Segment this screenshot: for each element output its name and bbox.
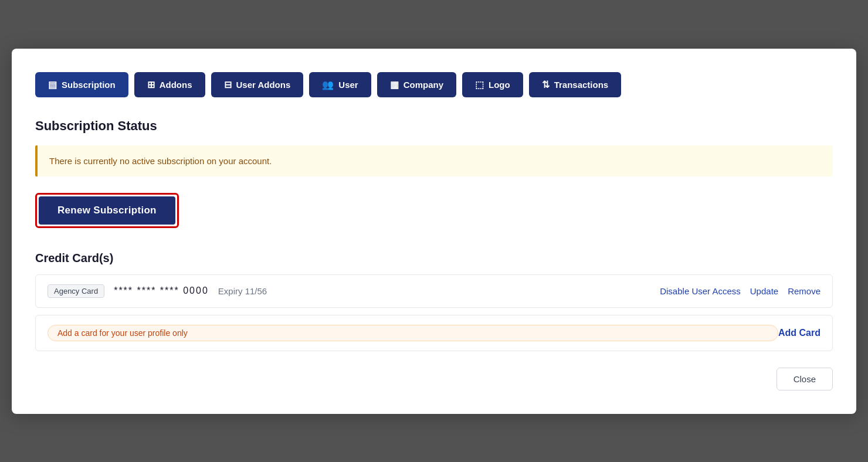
tab-company[interactable]: ▦ Company <box>377 72 456 97</box>
tab-transactions-label: Transactions <box>554 80 609 90</box>
renew-subscription-button[interactable]: Renew Subscription <box>39 196 175 225</box>
tab-addons[interactable]: ⊞ Addons <box>134 72 205 97</box>
tab-company-label: Company <box>404 80 443 90</box>
card-row-agency: Agency Card **** **** **** 0000 Expiry 1… <box>35 274 833 308</box>
subscription-alert: There is currently no active subscriptio… <box>35 145 833 176</box>
credit-cards-title: Credit Card(s) <box>35 252 833 265</box>
transactions-icon: ⇅ <box>542 79 550 90</box>
modal-dialog: ▤ Subscription ⊞ Addons ⊟ User Addons 👥 … <box>12 49 856 414</box>
update-card-button[interactable]: Update <box>750 286 778 296</box>
tab-user-label: User <box>338 80 358 90</box>
company-icon: ▦ <box>390 79 399 90</box>
tab-user-addons[interactable]: ⊟ User Addons <box>211 72 304 97</box>
user-addons-icon: ⊟ <box>224 79 232 90</box>
add-card-placeholder: Add a card for your user profile only <box>48 325 778 341</box>
tab-subscription-label: Subscription <box>62 80 116 90</box>
tab-bar: ▤ Subscription ⊞ Addons ⊟ User Addons 👥 … <box>35 72 833 97</box>
remove-card-button[interactable]: Remove <box>788 286 820 296</box>
card-actions: Disable User Access Update Remove <box>660 286 820 296</box>
card-number: **** **** **** 0000 <box>114 286 209 296</box>
tab-user[interactable]: 👥 User <box>309 72 371 97</box>
close-button-row: Close <box>35 368 833 390</box>
disable-user-access-button[interactable]: Disable User Access <box>660 286 741 296</box>
subscription-status-title: Subscription Status <box>35 118 833 134</box>
close-button[interactable]: Close <box>777 368 833 390</box>
modal-overlay: ▤ Subscription ⊞ Addons ⊟ User Addons 👥 … <box>0 0 868 462</box>
alert-message: There is currently no active subscriptio… <box>49 156 821 166</box>
tab-addons-label: Addons <box>160 80 192 90</box>
logo-icon: ⬚ <box>475 79 484 90</box>
addons-icon: ⊞ <box>147 79 155 90</box>
renew-button-wrapper: Renew Subscription <box>35 193 179 228</box>
user-icon: 👥 <box>322 79 334 90</box>
tab-logo[interactable]: ⬚ Logo <box>462 72 523 97</box>
card-expiry: Expiry 11/56 <box>218 286 660 296</box>
tab-user-addons-label: User Addons <box>236 80 291 90</box>
tab-logo-label: Logo <box>489 80 510 90</box>
add-card-row: Add a card for your user profile only Ad… <box>35 315 833 351</box>
agency-card-badge: Agency Card <box>48 284 104 298</box>
tab-transactions[interactable]: ⇅ Transactions <box>529 72 622 97</box>
subscription-icon: ▤ <box>48 79 57 90</box>
tab-subscription[interactable]: ▤ Subscription <box>35 72 128 97</box>
add-card-button[interactable]: Add Card <box>778 328 820 338</box>
